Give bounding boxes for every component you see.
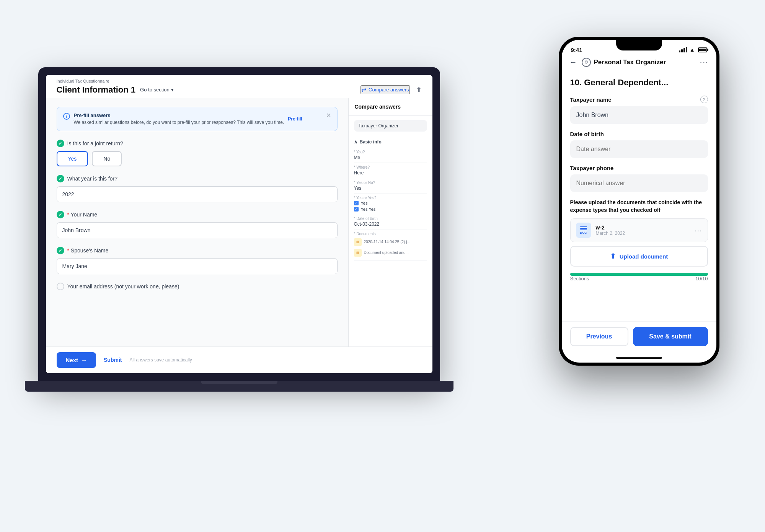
compare-item-where: * Where? Here [354, 163, 427, 178]
check-icon [57, 140, 64, 147]
question-email: Your email address (not your work one, p… [57, 283, 338, 290]
progress-value: 10/10 [695, 276, 708, 281]
info-icon: i [63, 113, 70, 120]
autosave-text: All answers save automatically [129, 357, 192, 363]
toggle-no-button[interactable]: No [92, 151, 122, 166]
phone-notch [616, 40, 662, 50]
battery-icon [698, 47, 707, 52]
help-icon[interactable]: ? [700, 96, 708, 103]
upload-document-button[interactable]: ⬆ Upload document [570, 246, 708, 267]
compare-item-dob: * Date of Birth Oct-03-2022 [354, 214, 427, 229]
compare-item-you: * You? Me [354, 148, 427, 163]
doc-thumb-icon: ▤ [354, 238, 362, 246]
goto-section-button[interactable]: Go to section ▾ [140, 87, 174, 93]
status-icons: ▲ [679, 47, 707, 53]
progress-bar [570, 273, 708, 276]
compare-section-toggle[interactable]: ∧ Basic info [354, 136, 427, 148]
compare-panel-header: Compare answers [349, 98, 432, 116]
compare-doc-1: ▤ 2020-11-14 14.04.25 (2).j... [354, 237, 427, 247]
phone-nav: ← ⏱ Personal Tax Organizer ··· [562, 55, 716, 71]
phone-footer: Previous Save & submit [562, 321, 716, 354]
phone: 9:41 ▲ ← ⏱ [559, 37, 719, 366]
prefill-link[interactable]: Pre-fill [288, 116, 302, 122]
prefill-description: We asked similar questions before, do yo… [74, 119, 284, 126]
taxpayer-name-input[interactable] [570, 106, 708, 124]
phone-field-taxpayer-name: Taxpayer name ? [570, 96, 708, 124]
your-name-input[interactable] [57, 222, 338, 238]
home-indicator [616, 357, 662, 359]
chevron-down-icon: ▾ [171, 87, 174, 93]
check-icon-4 [57, 247, 64, 254]
checkbox-yes-yes: Yes Yes [354, 207, 427, 211]
signal-icon [679, 47, 687, 52]
empty-check-icon [57, 283, 64, 290]
phone-field-dob: Date of birth [570, 131, 708, 158]
previous-button[interactable]: Previous [570, 327, 628, 346]
progress-fill [570, 273, 708, 276]
prefill-banner: i Pre-fill answers We asked similar ques… [57, 107, 338, 132]
compare-item-yes-no: * Yes or No? Yes [354, 178, 427, 194]
doc-date: March 2, 2022 [596, 231, 695, 236]
compare-item-docs: * Documents ▤ 2020-11-14 14.04.25 (2).j.… [354, 229, 427, 261]
phone-content: 10. General Dependent... Taxpayer name ?… [562, 71, 716, 321]
doc-more-icon[interactable]: ··· [695, 226, 702, 235]
compare-panel: Compare answers Taxpayer Organizer ∧ Bas… [348, 98, 432, 347]
dob-input[interactable] [570, 140, 708, 158]
phone-question-title: 10. General Dependent... [570, 77, 708, 88]
checkbox-icon-2 [354, 207, 359, 211]
breadcrumb: Individual Tax Questionnaire [57, 79, 422, 83]
toggle-yes-button[interactable]: Yes [57, 151, 88, 166]
clock-icon: ⏱ [582, 58, 591, 67]
compare-doc-2: ▤ Document uploaded and... [354, 247, 427, 258]
close-icon[interactable]: ✕ [326, 112, 331, 119]
form-footer: Next → Submit All answers save automatic… [46, 347, 432, 373]
laptop-base [25, 381, 453, 392]
compare-item-yes-yes: * Yes or Yes? Yes Yes Yes [354, 194, 427, 214]
screen-header: Individual Tax Questionnaire Client Info… [46, 75, 432, 98]
spouse-name-input[interactable] [57, 258, 338, 274]
submit-button[interactable]: Submit [104, 357, 122, 363]
more-options-icon[interactable]: ··· [700, 58, 709, 67]
progress-label: Sections [570, 276, 589, 281]
status-time: 9:41 [571, 47, 582, 53]
back-button[interactable]: ← [569, 58, 577, 67]
checkbox-icon [354, 201, 359, 205]
question-your-name: * Your Name [57, 211, 338, 238]
doc-name: w-2 [596, 225, 695, 231]
year-input[interactable] [57, 186, 338, 202]
phone-field-phone: Taxpayer phone [570, 165, 708, 192]
doc-icon: DOC [576, 223, 591, 238]
laptop: Individual Tax Questionnaire Client Info… [38, 67, 440, 431]
check-icon-2 [57, 175, 64, 182]
prefill-title: Pre-fill answers [74, 112, 284, 118]
question-spouse-name: * Spouse's Name [57, 247, 338, 274]
share-icon[interactable]: ⬆ [416, 86, 422, 94]
upload-section: Please upload the documents that coincid… [570, 199, 708, 267]
compare-icon: ⇄ [361, 86, 366, 93]
page-title: Client Information 1 Go to section ▾ [57, 85, 174, 95]
form-area: i Pre-fill answers We asked similar ques… [46, 98, 348, 347]
checkbox-yes: Yes [354, 201, 427, 205]
header-actions: ⇄ Compare answers ⬆ [360, 85, 422, 94]
organizer-tab[interactable]: Taxpayer Organizer [354, 120, 427, 132]
arrow-right-icon: → [81, 357, 87, 363]
upload-label: Please upload the documents that coincid… [570, 199, 708, 214]
upload-icon: ⬆ [610, 252, 616, 260]
check-icon-3 [57, 211, 64, 218]
question-year: What year is this for? [57, 175, 338, 202]
taxpayer-phone-input[interactable] [570, 174, 708, 192]
doc-thumb-icon-2: ▤ [354, 249, 362, 257]
question-joint-return: Is this for a joint return? Yes No [57, 140, 338, 166]
wifi-icon: ▲ [690, 47, 695, 53]
compare-answers-button[interactable]: ⇄ Compare answers [360, 85, 410, 94]
toggle-group: Yes No [57, 151, 338, 166]
compare-section-basic-info: ∧ Basic info * You? Me * Where? Here [349, 136, 432, 261]
next-button[interactable]: Next → [57, 352, 96, 368]
chevron-up-icon: ∧ [354, 139, 357, 145]
progress-section: Sections 10/10 [570, 273, 708, 281]
save-submit-button[interactable]: Save & submit [633, 327, 708, 346]
document-item: DOC w-2 March 2, 2022 ··· [570, 218, 708, 242]
